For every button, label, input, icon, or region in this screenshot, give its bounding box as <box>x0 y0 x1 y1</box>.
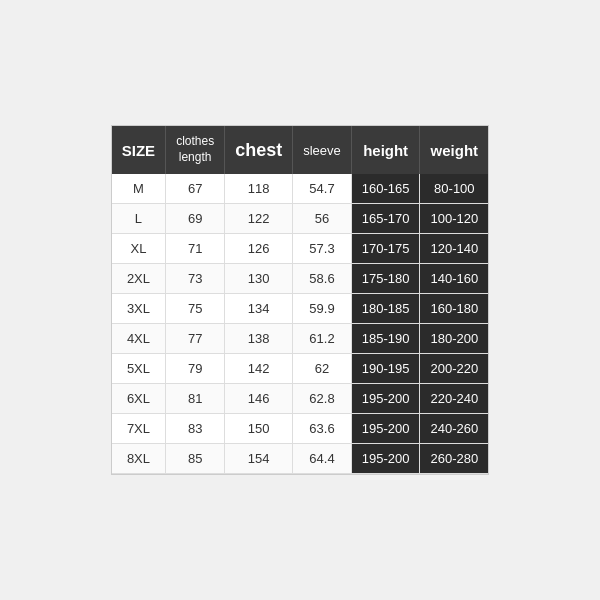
cell-height: 160-165 <box>351 174 420 204</box>
cell-weight: 240-260 <box>420 413 488 443</box>
cell-weight: 140-160 <box>420 263 488 293</box>
cell-chest: 146 <box>225 383 293 413</box>
cell-sleeve: 62.8 <box>293 383 352 413</box>
cell-clothes_length: 85 <box>166 443 225 473</box>
cell-sleeve: 56 <box>293 203 352 233</box>
cell-chest: 126 <box>225 233 293 263</box>
clothes-length-line1: clothes <box>176 134 214 150</box>
table-container: SIZE clothes length chest sleeve height … <box>111 125 489 474</box>
table-row: XL7112657.3170-175120-140 <box>112 233 488 263</box>
table-row: 2XL7313058.6175-180140-160 <box>112 263 488 293</box>
cell-sleeve: 62 <box>293 353 352 383</box>
col-header-sleeve: sleeve <box>293 126 352 173</box>
cell-weight: 80-100 <box>420 174 488 204</box>
cell-clothes_length: 81 <box>166 383 225 413</box>
cell-height: 185-190 <box>351 323 420 353</box>
cell-size: L <box>112 203 166 233</box>
cell-weight: 100-120 <box>420 203 488 233</box>
cell-chest: 118 <box>225 174 293 204</box>
cell-size: 7XL <box>112 413 166 443</box>
cell-weight: 120-140 <box>420 233 488 263</box>
size-chart-table: SIZE clothes length chest sleeve height … <box>112 126 488 473</box>
cell-height: 195-200 <box>351 413 420 443</box>
cell-chest: 130 <box>225 263 293 293</box>
cell-size: 3XL <box>112 293 166 323</box>
col-header-chest: chest <box>225 126 293 173</box>
cell-chest: 134 <box>225 293 293 323</box>
cell-clothes_length: 79 <box>166 353 225 383</box>
table-row: 5XL7914262190-195200-220 <box>112 353 488 383</box>
table-row: 6XL8114662.8195-200220-240 <box>112 383 488 413</box>
cell-chest: 122 <box>225 203 293 233</box>
cell-size: M <box>112 174 166 204</box>
cell-size: 2XL <box>112 263 166 293</box>
table-header-row: SIZE clothes length chest sleeve height … <box>112 126 488 173</box>
cell-size: XL <box>112 233 166 263</box>
cell-size: 6XL <box>112 383 166 413</box>
col-header-height: height <box>351 126 420 173</box>
clothes-length-line2: length <box>179 150 212 166</box>
cell-height: 190-195 <box>351 353 420 383</box>
cell-height: 170-175 <box>351 233 420 263</box>
cell-height: 195-200 <box>351 443 420 473</box>
table-row: L6912256165-170100-120 <box>112 203 488 233</box>
page-wrapper: SIZE clothes length chest sleeve height … <box>0 0 600 600</box>
cell-clothes_length: 77 <box>166 323 225 353</box>
cell-weight: 200-220 <box>420 353 488 383</box>
cell-height: 175-180 <box>351 263 420 293</box>
cell-sleeve: 58.6 <box>293 263 352 293</box>
cell-sleeve: 63.6 <box>293 413 352 443</box>
cell-size: 8XL <box>112 443 166 473</box>
cell-chest: 150 <box>225 413 293 443</box>
cell-sleeve: 59.9 <box>293 293 352 323</box>
table-body: M6711854.7160-16580-100L6912256165-17010… <box>112 174 488 474</box>
cell-sleeve: 61.2 <box>293 323 352 353</box>
col-header-weight: weight <box>420 126 488 173</box>
cell-clothes_length: 71 <box>166 233 225 263</box>
cell-weight: 220-240 <box>420 383 488 413</box>
table-row: M6711854.7160-16580-100 <box>112 174 488 204</box>
table-row: 3XL7513459.9180-185160-180 <box>112 293 488 323</box>
cell-sleeve: 64.4 <box>293 443 352 473</box>
cell-size: 5XL <box>112 353 166 383</box>
cell-clothes_length: 73 <box>166 263 225 293</box>
cell-clothes_length: 67 <box>166 174 225 204</box>
cell-sleeve: 57.3 <box>293 233 352 263</box>
cell-chest: 154 <box>225 443 293 473</box>
cell-clothes_length: 69 <box>166 203 225 233</box>
table-row: 8XL8515464.4195-200260-280 <box>112 443 488 473</box>
cell-chest: 138 <box>225 323 293 353</box>
cell-height: 165-170 <box>351 203 420 233</box>
table-row: 4XL7713861.2185-190180-200 <box>112 323 488 353</box>
cell-height: 195-200 <box>351 383 420 413</box>
cell-clothes_length: 83 <box>166 413 225 443</box>
cell-weight: 260-280 <box>420 443 488 473</box>
cell-size: 4XL <box>112 323 166 353</box>
cell-sleeve: 54.7 <box>293 174 352 204</box>
cell-height: 180-185 <box>351 293 420 323</box>
col-header-size: SIZE <box>112 126 166 173</box>
cell-weight: 180-200 <box>420 323 488 353</box>
col-header-clothes-length: clothes length <box>166 126 225 173</box>
table-row: 7XL8315063.6195-200240-260 <box>112 413 488 443</box>
cell-chest: 142 <box>225 353 293 383</box>
cell-weight: 160-180 <box>420 293 488 323</box>
cell-clothes_length: 75 <box>166 293 225 323</box>
